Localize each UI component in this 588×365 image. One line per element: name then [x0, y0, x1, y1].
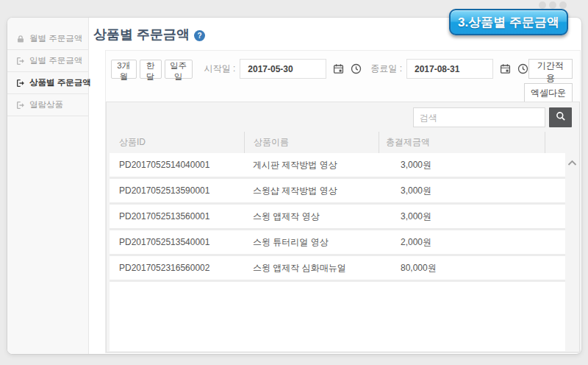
- lock-icon: [16, 35, 25, 43]
- search-icon: [556, 111, 566, 124]
- cell-product-name: 스윙 앱제작 심화매뉴얼: [244, 256, 379, 280]
- calendar-icon[interactable]: [333, 63, 344, 74]
- table-row[interactable]: PD2017052514040001 게시판 제작방법 영상 3,000원: [110, 153, 565, 179]
- cell-product-id: PD2017052513540001: [110, 230, 244, 254]
- end-date-label: 종료일 :: [370, 63, 402, 75]
- sign-out-icon: [16, 101, 25, 110]
- table-row[interactable]: PD2017052513590001 스윙샵 제작방법 영상 3,000원: [110, 179, 565, 205]
- main-content: 상품별 주문금액 ? 3개월 한달 일주일 시작일 : 종료일 :: [90, 18, 581, 354]
- window-dot: [539, 1, 546, 9]
- end-date-input[interactable]: [406, 59, 493, 79]
- table-row[interactable]: PD2017052513560001 스윙 앱제작 영상 3,000원: [110, 205, 565, 230]
- sidebar-item-label: 열람상품: [29, 99, 63, 110]
- period-1week-button[interactable]: 일주일: [165, 60, 193, 79]
- cell-total-amount: 2,000원: [379, 230, 565, 254]
- search-input[interactable]: [413, 107, 545, 127]
- scroll-up-icon[interactable]: [567, 160, 577, 166]
- excel-row: 엑셀다운: [524, 83, 573, 103]
- sidebar: 월별 주문금액 일별 주문금액 상품별 주문금액 열람상품: [7, 18, 89, 354]
- sidebar-item-monthly-orders[interactable]: 월별 주문금액: [7, 28, 88, 50]
- cell-total-amount: 3,000원: [379, 153, 565, 177]
- cell-product-id: PD2017052513590001: [110, 179, 244, 202]
- app-window: 월별 주문금액 일별 주문금액 상품별 주문금액 열람상품 상품별 주문금액 ?: [7, 18, 581, 354]
- table-row[interactable]: PD2017052316560002 스윙 앱제작 심화매뉴얼 80,000원: [110, 256, 565, 282]
- apply-period-button[interactable]: 기간적용: [528, 59, 573, 79]
- sidebar-item-daily-orders[interactable]: 일별 주문금액: [7, 50, 88, 72]
- cell-total-amount: 3,000원: [379, 179, 565, 202]
- sidebar-item-label: 일별 주문금액: [29, 55, 82, 66]
- help-icon[interactable]: ?: [194, 30, 205, 41]
- search-button[interactable]: [549, 107, 572, 127]
- cell-product-id: PD2017052316560002: [110, 256, 244, 280]
- cell-total-amount: 3,000원: [379, 205, 565, 228]
- date-filter-bar: 3개월 한달 일주일 시작일 : 종료일 :: [111, 59, 573, 79]
- excel-download-button[interactable]: 엑셀다운: [524, 83, 573, 103]
- search-bar: [413, 107, 572, 127]
- start-date-label: 시작일 :: [204, 63, 236, 75]
- cell-product-name: 게시판 제작방법 영상: [244, 153, 379, 177]
- cell-product-id: PD2017052514040001: [110, 153, 244, 177]
- cell-product-id: PD2017052513560001: [110, 205, 244, 228]
- cell-total-amount: 80,000원: [379, 256, 565, 280]
- window-dot: [549, 1, 556, 9]
- cell-product-name: 스윙 튜터리얼 영상: [244, 230, 379, 254]
- page-title: 상품별 주문금액: [93, 26, 190, 43]
- sidebar-item-label: 상품별 주문금액: [29, 77, 91, 88]
- column-header-product-name[interactable]: 상품이름: [244, 132, 379, 153]
- table-body: PD2017052514040001 게시판 제작방법 영상 3,000원 PD…: [110, 153, 565, 351]
- sidebar-item-viewed-products[interactable]: 열람상품: [7, 94, 88, 116]
- cell-product-name: 스윙샵 제작방법 영상: [244, 179, 379, 202]
- period-1month-button[interactable]: 한달: [140, 60, 162, 79]
- sign-out-icon: [16, 57, 25, 65]
- cell-product-name: 스윙 앱제작 영상: [244, 205, 379, 228]
- sidebar-item-product-orders[interactable]: 상품별 주문금액: [7, 72, 88, 94]
- sign-out-icon: [16, 79, 25, 88]
- start-date-input[interactable]: [240, 59, 326, 79]
- column-header-product-id[interactable]: 상품ID: [107, 132, 244, 153]
- calendar-icon[interactable]: [500, 63, 511, 74]
- clock-icon[interactable]: [517, 63, 528, 74]
- content-panel: 3개월 한달 일주일 시작일 : 종료일 :: [105, 50, 581, 353]
- sidebar-item-label: 월별 주문금액: [29, 33, 82, 44]
- table-header-row: 상품ID 상품이름 총결제금액: [107, 132, 579, 153]
- table-row[interactable]: PD2017052513540001 스윙 튜터리얼 영상 2,000원: [110, 230, 565, 256]
- period-3months-button[interactable]: 3개월: [111, 60, 137, 79]
- column-header-total-amount[interactable]: 총결제금액: [379, 132, 545, 153]
- window-dot: [559, 1, 567, 9]
- callout-badge: 3.상품별 주문금액: [449, 9, 568, 35]
- page-header: 상품별 주문금액 ?: [93, 26, 205, 43]
- clock-icon[interactable]: [351, 63, 362, 74]
- product-order-grid: 상품ID 상품이름 총결제금액 PD2017052514040001 게시판 제…: [106, 102, 580, 352]
